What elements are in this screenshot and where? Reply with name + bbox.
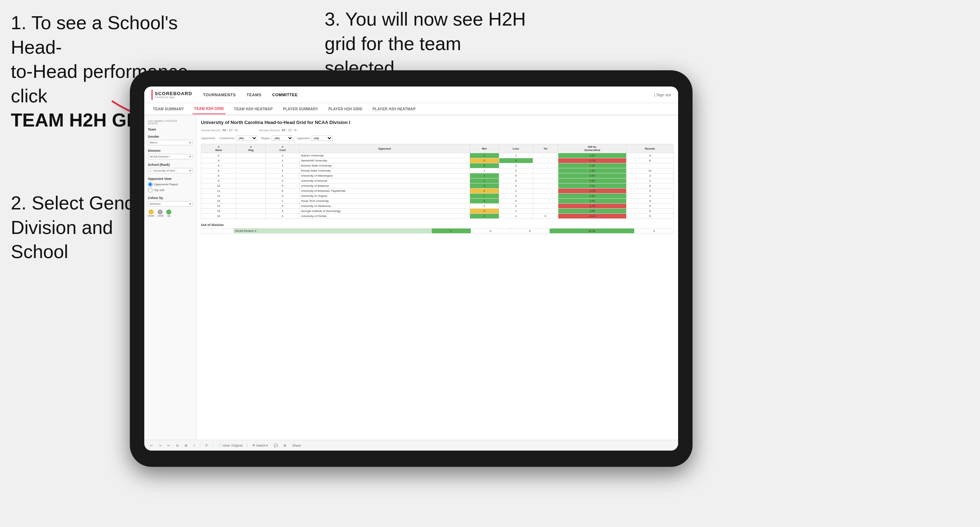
grid-records: Overall Record: 89 - 17 - 0 Division Rec…: [201, 126, 674, 133]
toolbar-clock[interactable]: ⏱: [204, 443, 210, 448]
table-row: 6 2 Florida State University 1 2 1.83 12: [201, 168, 674, 173]
color-dot-down: [149, 210, 154, 214]
subnav-player-h2h-heatmap[interactable]: PLAYER H2H HEATMAP: [371, 104, 417, 114]
toolbar-chat[interactable]: 💬: [272, 443, 279, 448]
nav-sign-out[interactable]: | Sign out: [654, 93, 671, 97]
subnav-team-h2h-grid[interactable]: TEAM H2H GRID: [192, 104, 226, 114]
table-row: 12 3 University of Virginia 1 0 2.33 3: [201, 194, 674, 198]
color-dot-up: [166, 210, 171, 214]
table-row: 10 5 University of Alabama 3 0 2.61 8: [201, 184, 674, 189]
out-opponent: NCAA Division II: [234, 229, 432, 233]
filter-opponent-select[interactable]: (All): [311, 135, 332, 141]
col-reg: #Reg: [236, 144, 266, 153]
table-row: 9 3 University of Arizona 1 0 9.00 2: [201, 178, 674, 184]
radio-opponents-played[interactable]: Opponents Played: [148, 182, 192, 187]
color-legend: Down Level Up: [148, 210, 192, 217]
color-dot-level: [158, 210, 163, 214]
col-win: Win: [469, 144, 499, 153]
gender-select[interactable]: Men's ▾: [148, 140, 192, 145]
table-row: 8 2 University of Washington 1 0 3.67 3: [201, 173, 674, 178]
filter-conf-group: Conference (All): [219, 135, 257, 141]
toolbar-grid[interactable]: ⊞: [183, 443, 189, 448]
logo-bar: [151, 90, 153, 100]
sidebar-division-section: Division NCAA Division I ▾: [148, 149, 192, 159]
opponent-view-radios: Opponents Played Top 100: [148, 182, 192, 192]
bottom-toolbar: ↩ ↪ ↩ ⊖ ⊞ + | ⏱ | 📄 View: Original | 👁 W…: [144, 440, 678, 451]
sidebar-colour-section: Colour by Win/loss ▾ Down Level: [148, 196, 192, 217]
subnav-player-h2h-grid[interactable]: PLAYER H2H GRID: [327, 104, 364, 114]
table-body: 2 1 Auburn University 2 1 1.67 9 3 2 Van…: [201, 153, 674, 219]
sidebar-team-section: Team: [148, 128, 192, 131]
out-of-division: Out of division NCAA Division II 1 0 0: [201, 223, 674, 233]
toolbar-back[interactable]: ↩: [166, 443, 172, 448]
nav-tournaments[interactable]: TOURNAMENTS: [203, 91, 236, 98]
table-row: 4 1 Arizona State University 5 1 2.29: [201, 163, 674, 168]
navbar: SCOREBOARD Powered by clippi TOURNAMENTS…: [144, 87, 678, 103]
logo-text: SCOREBOARD: [155, 91, 192, 96]
nav-items: TOURNAMENTS TEAMS COMMITTEE: [203, 91, 298, 98]
toolbar-undo[interactable]: ↩: [149, 443, 154, 448]
col-conf: #Conf: [266, 144, 299, 153]
subnav: TEAM SUMMARY TEAM H2H GRID TEAM H2H HEAT…: [144, 103, 678, 115]
col-loss: Loss: [499, 144, 533, 153]
logo-sub: Powered by clippi: [155, 96, 192, 98]
toolbar-view[interactable]: 📄 View: Original: [216, 443, 244, 448]
col-rank: #Rank: [201, 144, 236, 153]
sidebar-gender-section: Gender Men's ▾: [148, 135, 192, 145]
sidebar-opponent-view-section: Opponent View Opponents Played Top 100: [148, 177, 192, 192]
grid-title: University of North Carolina Head-to-Hea…: [201, 120, 674, 125]
toolbar-redo[interactable]: ↪: [157, 443, 163, 448]
table-row: 14 2 University of Oklahoma 1 2 -1.00 9: [201, 204, 674, 209]
instruction-3: 3. You will now see H2Hgrid for the team…: [325, 7, 534, 80]
sidebar: Last Updated: 27/03/2024 16:55:38 Team G…: [144, 115, 197, 440]
col-opponent: Opponent: [299, 144, 470, 153]
filter-opponent-group: Opponent (All): [297, 135, 332, 141]
table-row: 13 1 Texas Tech University 3 0 5.56 9: [201, 198, 674, 204]
filter-opponents-label: Opponents:: [201, 137, 216, 140]
subnav-team-h2h-heatmap[interactable]: TEAM H2H HEATMAP: [233, 104, 274, 114]
table-row: 16 3 University of Florida 3 1 0 -6.42 9: [201, 214, 674, 219]
out-of-division-table: NCAA Division II 1 0 0 26.00 3: [201, 228, 674, 233]
tablet-screen: SCOREBOARD Powered by clippi TOURNAMENTS…: [144, 87, 678, 451]
nav-committee[interactable]: COMMITTEE: [272, 91, 298, 98]
toolbar-share[interactable]: Share: [291, 443, 302, 448]
filter-conf-select[interactable]: (All): [236, 135, 258, 141]
main-content: Last Updated: 27/03/2024 16:55:38 Team G…: [144, 115, 678, 440]
sidebar-school-section: School (Rank) 1. University of Nort... ▾: [148, 163, 192, 173]
subnav-team-summary[interactable]: TEAM SUMMARY: [151, 104, 185, 114]
toolbar-plus[interactable]: +: [192, 443, 197, 448]
colour-select[interactable]: Win/loss ▾: [148, 201, 192, 206]
subnav-player-summary[interactable]: PLAYER SUMMARY: [282, 104, 320, 114]
filter-region-select[interactable]: (All): [272, 135, 293, 141]
radio-top-100[interactable]: Top 100: [148, 188, 192, 192]
table-row: 3 2 Vanderbilt University 0 4 -2.29 8: [201, 158, 674, 163]
table-header: #Rank #Reg #Conf Opponent Win Loss Tie D…: [201, 144, 674, 153]
filter-region-group: Region (All): [261, 135, 293, 141]
toolbar-grid2[interactable]: ⊞: [282, 443, 288, 448]
table-row: 2 1 Auburn University 2 1 1.67 9: [201, 153, 674, 158]
col-tie: Tie: [533, 144, 558, 153]
sidebar-timestamp: Last Updated: 27/03/2024 16:55:38: [148, 120, 192, 125]
table-row: 11 6 University of Arkansas, Fayettevill…: [201, 189, 674, 194]
logo: SCOREBOARD Powered by clippi: [151, 90, 192, 100]
out-table-body: NCAA Division II 1 0 0 26.00 3: [201, 229, 674, 233]
division-select[interactable]: NCAA Division I ▾: [148, 154, 192, 159]
data-table: #Rank #Reg #Conf Opponent Win Loss Tie D…: [201, 144, 674, 219]
filter-row: Opponents: Conference (All) Region (All): [201, 135, 674, 141]
table-row: NCAA Division II 1 0 0 26.00 3: [201, 229, 674, 233]
table-header-row: #Rank #Reg #Conf Opponent Win Loss Tie D…: [201, 144, 674, 153]
col-rounds: Rounds: [626, 144, 673, 153]
toolbar-watch[interactable]: 👁 Watch ▾: [251, 443, 269, 448]
table-row: 15 4 Georgia Institute of Technology 0 1…: [201, 209, 674, 214]
toolbar-zoom-out[interactable]: ⊖: [175, 443, 180, 448]
tablet: SCOREBOARD Powered by clippi TOURNAMENTS…: [130, 70, 692, 467]
nav-teams[interactable]: TEAMS: [247, 91, 261, 98]
col-diff: Diff AvStrokes/Rnd: [558, 144, 626, 153]
school-select[interactable]: 1. University of Nort... ▾: [148, 168, 192, 173]
grid-area: University of North Carolina Head-to-Hea…: [197, 115, 678, 440]
